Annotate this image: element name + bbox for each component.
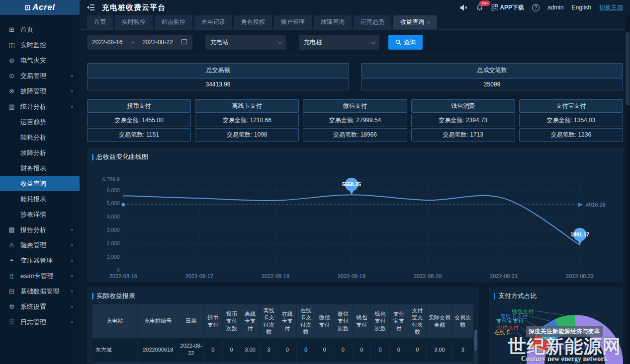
tab[interactable]: 首页 xyxy=(87,15,113,29)
revenue-report-table: 充电站充电桩编号日期投币支付投币支付次数离线卡支付离线卡支付次数在线卡支付在线卡… xyxy=(92,304,473,364)
help-icon[interactable]: ? xyxy=(532,4,540,11)
sidebar-item[interactable]: ◫ 实时监控 xyxy=(0,37,80,53)
tab[interactable]: 运营趋势 xyxy=(354,15,391,29)
brand-logo: ⊡ Acrel xyxy=(0,0,80,15)
payment-card-count: 交易笔数: 1098 xyxy=(195,128,299,142)
main-area: 充电桩收费云平台 99+ APP下载 ? admin English 切换主题 xyxy=(80,0,630,364)
tab[interactable]: 收益查询 × xyxy=(393,15,437,29)
sidebar-item[interactable]: 抄表详情 xyxy=(0,207,80,222)
sidebar-item[interactable]: 收益查询 xyxy=(0,176,80,191)
pile-select[interactable]: 充电桩 xyxy=(299,35,379,50)
tab[interactable]: 账户管理 xyxy=(274,15,312,29)
topbar: 充电桩收费云平台 99+ APP下载 ? admin English 切换主题 xyxy=(80,0,630,15)
sidebar-item[interactable]: ⚠ 隐患管理 ∨ xyxy=(0,237,80,253)
page-scrollbar[interactable] xyxy=(625,15,630,364)
tab[interactable]: 实时监控 xyxy=(115,15,153,29)
chevron-icon: ∨ xyxy=(70,74,74,78)
sidebar-item-label: 能耗报表 xyxy=(20,195,74,204)
table-cell: 0 xyxy=(222,362,241,364)
app-download-link[interactable]: APP下载 xyxy=(491,3,524,12)
sidebar-item[interactable]: 运营趋势 xyxy=(0,114,80,130)
tab-label: 账户管理 xyxy=(281,18,305,26)
sidebar-item[interactable]: 能耗分析 xyxy=(0,130,80,145)
menu-icon: ▥ xyxy=(8,103,15,110)
menu-icon: ⚙ xyxy=(8,303,15,310)
sidebar-item[interactable]: ⊟ 基础数据管理 ∨ xyxy=(0,284,80,299)
mute-icon[interactable] xyxy=(460,4,468,11)
table-header-cell: 钱包支付 xyxy=(353,304,371,338)
table-cell: 0 xyxy=(408,338,427,362)
table-cell: 0 xyxy=(222,338,241,362)
tab-close-icon[interactable]: × xyxy=(427,19,430,25)
table-row[interactable]: 东方城20220006182022-08-22003.003000000003.… xyxy=(92,338,473,362)
sidebar-item[interactable]: ⊘ 电气火灾 xyxy=(0,53,80,68)
sidebar-item[interactable]: ⊙ 交易管理 ∨ xyxy=(0,68,80,83)
table-header-cell: 充电站 xyxy=(92,304,137,338)
notification-bell-icon[interactable]: 99+ xyxy=(476,4,483,11)
language-switch[interactable]: English xyxy=(572,4,591,11)
table-header-cell: 投币支付 xyxy=(204,304,222,338)
menu-icon: ▤ xyxy=(8,226,15,233)
brand-name: Acrel xyxy=(32,2,55,12)
pie-legend-label[interactable]: 在线卡... xyxy=(494,329,515,336)
chevron-icon: ∨ xyxy=(70,228,74,232)
table-header-cell: 支付宝支付 xyxy=(389,304,408,338)
tab[interactable]: 角色授权 xyxy=(234,15,272,29)
table-cell: 0 xyxy=(315,338,334,362)
sidebar-item[interactable]: 能耗报表 xyxy=(0,191,80,207)
sidebar-item[interactable]: ⊗ 故障管理 ∨ xyxy=(0,83,80,99)
tab-bar: 首页 实时监控 站点监控 充电记录 xyxy=(80,15,630,30)
sidebar-item-label: 收益查询 xyxy=(20,179,74,188)
menu-icon: ⚠ xyxy=(8,241,15,249)
table-scrollbar[interactable] xyxy=(474,330,477,364)
table-cell: 2020003052 xyxy=(137,362,179,364)
svg-text:1891.17: 1891.17 xyxy=(570,232,589,237)
table-header-cell: 投币支付次数 xyxy=(222,304,241,338)
table-cell: 0 xyxy=(278,338,296,362)
username[interactable]: admin xyxy=(547,4,564,11)
topbar-right: 99+ APP下载 ? admin English 切换主题 xyxy=(460,3,623,12)
title-accent-bar xyxy=(92,293,93,299)
payment-card-count: 交易笔数: 18966 xyxy=(303,128,407,142)
sidebar-item[interactable]: 故障分析 xyxy=(0,145,80,160)
table-header-cell: 微信支付次数 xyxy=(334,304,352,338)
payment-pie-panel: 支付方式占比 34413.96 钱包支付离线卡支付支付宝支付投币支付在线卡... xyxy=(489,287,623,364)
sidebar-item[interactable]: ▥ 统计分析 ∧ xyxy=(0,99,80,114)
sidebar-item[interactable]: ◓ 变压器管理 ∨ xyxy=(0,253,80,268)
table-cell: 0 xyxy=(315,362,334,364)
table-row[interactable]: 南宁市大阪三区20200030522022-08-220000000100000… xyxy=(92,362,473,364)
sidebar-item[interactable]: ▤ 报告分析 ∨ xyxy=(0,222,80,237)
tab[interactable]: 充电记录 xyxy=(194,15,232,29)
tab-label: 实时监控 xyxy=(122,18,146,26)
svg-text:2022-08-22: 2022-08-22 xyxy=(566,273,594,279)
sidebar-item[interactable]: ⊞ 首页 xyxy=(0,22,80,37)
scrollbar-thumb[interactable] xyxy=(626,32,630,105)
title-accent-bar xyxy=(92,154,93,160)
sidebar-item[interactable]: ▯ esim卡管理 ∨ xyxy=(0,268,80,284)
date-range-picker[interactable]: 2022-08-16 ~ 2022-08-22 xyxy=(87,35,192,50)
search-button[interactable]: 查询 xyxy=(388,35,423,50)
sidebar-item[interactable]: ⚙ 系统设置 ∨ xyxy=(0,299,80,314)
sidebar-item-label: 故障管理 xyxy=(20,87,70,96)
calendar-icon xyxy=(181,38,187,46)
collapse-sidebar-icon[interactable] xyxy=(87,4,95,11)
menu-icon: ⊙ xyxy=(8,72,15,79)
tab[interactable]: 故障查询 xyxy=(314,15,352,29)
station-select[interactable]: 充电站 xyxy=(205,35,286,50)
svg-text:5,000: 5,000 xyxy=(107,201,120,206)
table-header-cell: 充电桩编号 xyxy=(137,304,179,338)
svg-text:2,000: 2,000 xyxy=(107,241,120,246)
revenue-line-chart[interactable]: 01,0002,0003,0004,0005,0006,0006,789.920… xyxy=(87,163,623,283)
sidebar-item[interactable]: ☰ 日志管理 ∨ xyxy=(0,314,80,330)
table-header-cell: 在线卡支付次数 xyxy=(296,304,315,338)
tab[interactable]: 站点监控 xyxy=(155,15,192,29)
theme-switch-link[interactable]: 切换主题 xyxy=(599,3,623,12)
summary-card: 总交易额 34413.96 xyxy=(87,63,349,90)
content: 2022-08-16 ~ 2022-08-22 充电站 充电桩 xyxy=(80,30,630,364)
pile-select-value: 充电桩 xyxy=(304,38,322,47)
chevron-icon: ∨ xyxy=(70,305,74,309)
payment-cards-row: 投币支付 交易金额: 1455.00 交易笔数: 1151 离线卡支付 交易金额… xyxy=(87,99,623,143)
sidebar-item[interactable]: 财务报表 xyxy=(0,160,80,176)
sidebar-item-label: 日志管理 xyxy=(20,318,70,327)
table-cell: 0 xyxy=(427,362,452,364)
